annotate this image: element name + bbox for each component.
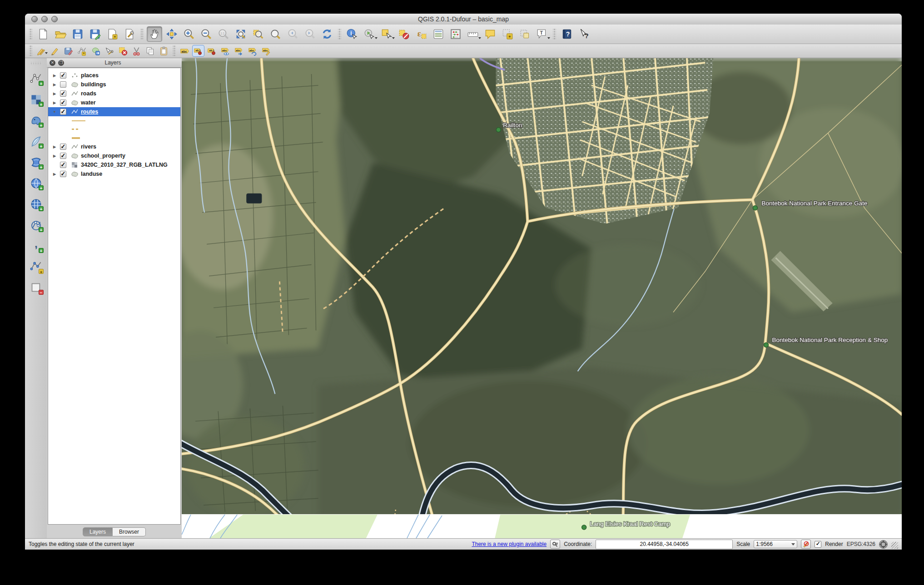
map-tips-button[interactable]	[482, 26, 498, 42]
expander-icon[interactable]	[52, 172, 57, 176]
map-canvas[interactable]: Railton Bontebok National Park Entrance …	[182, 58, 902, 538]
identify-features-button[interactable]: i	[344, 26, 360, 42]
layer-row-water[interactable]: water	[48, 98, 180, 107]
toolbar-grip[interactable]	[553, 28, 556, 40]
open-attribute-table-button[interactable]	[431, 26, 446, 42]
layer-checkbox[interactable]	[60, 99, 66, 106]
close-window-button[interactable]	[31, 16, 38, 22]
show-bookmarks-button[interactable]	[517, 26, 532, 42]
add-spatialite-layer-button[interactable]	[28, 134, 44, 149]
add-feature-button[interactable]: ✶	[76, 45, 88, 57]
stop-render-icon[interactable]	[801, 540, 811, 549]
new-shapefile-layer-button[interactable]	[28, 259, 44, 274]
expander-icon[interactable]	[52, 74, 57, 78]
field-calculator-button[interactable]	[448, 26, 463, 42]
save-layer-edits-button[interactable]	[62, 45, 75, 57]
layer-checkbox[interactable]	[60, 81, 66, 88]
plugin-icon[interactable]	[550, 540, 560, 549]
layer-row-places[interactable]: places	[48, 71, 180, 80]
add-raster-layer-button[interactable]	[28, 92, 44, 107]
expander-icon[interactable]	[52, 83, 57, 87]
move-label-button[interactable]: abc	[233, 45, 245, 57]
new-bookmark-button[interactable]: ✶	[500, 26, 515, 42]
layer-checkbox[interactable]	[60, 72, 66, 79]
remove-layer-button[interactable]	[28, 280, 44, 295]
run-feature-action-button[interactable]	[362, 26, 377, 42]
expander-icon[interactable]	[52, 145, 57, 149]
crs-status-icon[interactable]	[879, 540, 888, 549]
expander-icon[interactable]	[52, 110, 57, 114]
save-project-button[interactable]	[70, 26, 85, 42]
zoom-full-button[interactable]	[233, 26, 248, 42]
routes-symbol-row[interactable]	[48, 125, 180, 134]
layer-row-raster[interactable]: 3420C_2010_327_RGB_LATLNG	[48, 160, 180, 169]
zoom-to-layer-button[interactable]	[268, 26, 283, 42]
add-postgis-layer-button[interactable]	[28, 113, 44, 128]
change-label-button[interactable]: abc	[260, 45, 273, 57]
zoom-in-button[interactable]	[181, 26, 197, 42]
render-checkbox[interactable]	[815, 541, 821, 548]
save-project-as-button[interactable]	[87, 26, 103, 42]
zoom-last-button[interactable]	[285, 26, 300, 42]
layer-checkbox[interactable]	[60, 153, 66, 159]
layer-checkbox[interactable]	[60, 162, 66, 168]
layer-checkbox[interactable]	[60, 171, 66, 177]
new-composer-button[interactable]: ✶	[104, 26, 120, 42]
refresh-map-button[interactable]	[319, 26, 335, 42]
resize-grip[interactable]	[891, 542, 898, 549]
highlight-pinned-labels-button[interactable]: ab	[192, 45, 204, 57]
layer-checkbox[interactable]	[60, 90, 66, 97]
select-by-expression-button[interactable]: ε	[413, 26, 429, 42]
new-project-button[interactable]	[35, 26, 51, 42]
layer-row-roads[interactable]: roads	[48, 89, 180, 98]
show-hidden-labels-button[interactable]: abc	[219, 45, 232, 57]
float-panel-icon[interactable]: ❐	[58, 60, 64, 66]
toolbar-grip[interactable]	[338, 28, 341, 40]
copy-features-button[interactable]	[144, 45, 156, 57]
toolbar-grip[interactable]	[173, 45, 176, 57]
routes-symbol-row[interactable]	[48, 116, 180, 125]
tab-layers[interactable]: Layers	[83, 527, 113, 536]
toggle-editing-button[interactable]	[49, 45, 61, 57]
cut-features-button[interactable]	[130, 45, 143, 57]
move-feature-button[interactable]	[89, 45, 102, 57]
pin-unpin-labels-button[interactable]: ab	[206, 45, 218, 57]
zoom-to-selection-button[interactable]	[250, 26, 266, 42]
zoom-window-button[interactable]	[51, 16, 58, 22]
toolbar-grip[interactable]	[29, 45, 32, 57]
layer-row-routes[interactable]: routes	[48, 107, 180, 116]
deselect-features-button[interactable]	[396, 26, 412, 42]
help-contents-button[interactable]: ?	[559, 26, 575, 42]
composer-manager-button[interactable]	[122, 26, 137, 42]
measure-button[interactable]	[465, 26, 481, 42]
routes-symbol-row[interactable]	[48, 134, 180, 142]
toolbar-grip[interactable]	[29, 28, 32, 40]
scale-combobox[interactable]: 1:9566	[754, 540, 797, 548]
expander-icon[interactable]	[52, 92, 57, 96]
coordinate-input[interactable]	[596, 540, 733, 549]
node-tool-button[interactable]	[103, 45, 115, 57]
labeling-button[interactable]: abc	[179, 45, 191, 57]
rotate-label-button[interactable]: abc	[247, 45, 259, 57]
layer-row-school-property[interactable]: school_property	[48, 151, 180, 160]
add-wms-layer-button[interactable]	[28, 176, 44, 190]
whats-this-button[interactable]: ?	[576, 26, 592, 42]
current-edits-button[interactable]	[35, 45, 47, 57]
layer-row-rivers[interactable]: rivers	[48, 142, 180, 151]
title-bar[interactable]: QGIS 2.0.1-Dufour – basic_map	[25, 14, 902, 25]
toolbar-grip[interactable]	[140, 28, 144, 40]
close-panel-icon[interactable]: ✕	[50, 60, 55, 66]
toolbar-grip[interactable]	[30, 62, 42, 65]
zoom-native-button[interactable]: 1:1	[216, 26, 231, 42]
plugin-available-link[interactable]: There is a new plugin available	[472, 541, 546, 547]
expander-icon[interactable]	[52, 101, 57, 105]
pan-to-selection-button[interactable]	[164, 26, 179, 42]
zoom-out-button[interactable]	[199, 26, 214, 42]
add-wfs-layer-button[interactable]	[28, 218, 44, 232]
add-delimited-text-layer-button[interactable]: ,	[28, 238, 44, 253]
delete-selected-button[interactable]	[117, 45, 129, 57]
layer-checkbox[interactable]	[60, 109, 66, 115]
layer-checkbox[interactable]	[60, 144, 66, 150]
zoom-next-button[interactable]	[302, 26, 318, 42]
add-wcs-layer-button[interactable]	[28, 197, 44, 211]
